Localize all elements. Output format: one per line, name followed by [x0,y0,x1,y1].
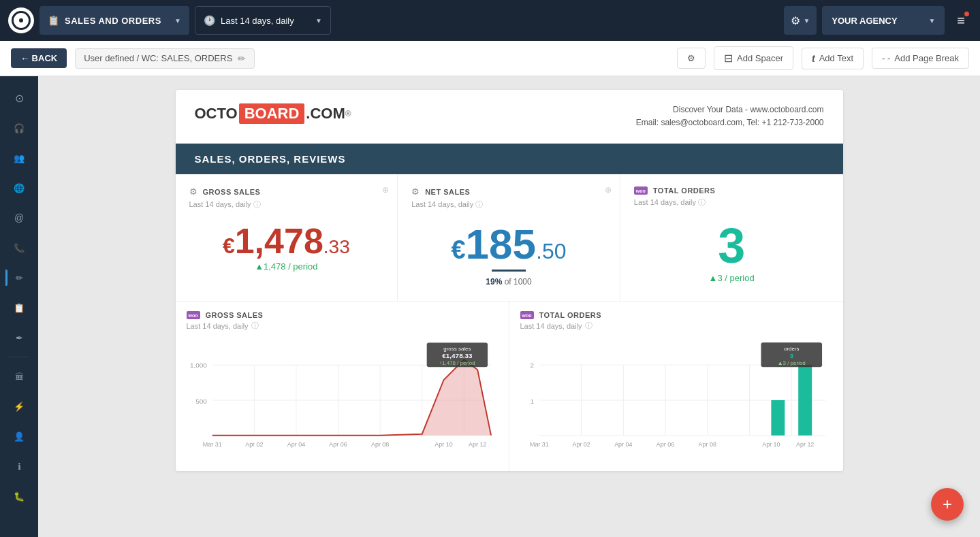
gross-currency: € [223,233,235,258]
hamburger-icon: ≡ [957,13,965,29]
add-fab-button[interactable]: + [931,488,964,521]
net-sales-value: €185.50 [411,223,606,265]
net-decimal: .50 [536,239,566,263]
svg-text:gross sales: gross sales [443,346,471,353]
sidebar-divider [9,357,29,357]
total-orders-subvalue: ▲3 / period [634,273,829,283]
gear-icon-net: ⚙ [411,186,420,197]
sidebar-item-info[interactable]: ℹ [5,453,33,480]
menu-button[interactable]: ≡ [950,9,972,33]
sidebar-item-home[interactable]: ⊙ [5,84,33,112]
time-selector[interactable]: 🕐 Last 14 days, daily ▼ [195,6,331,35]
filter-arrow: ▼ [803,17,810,25]
pen-icon: ✏ [16,273,23,283]
gross-period: 1,478 / period [264,261,318,272]
add-text-button[interactable]: t Add Text [802,48,864,69]
pencil-icon: ✒ [16,333,23,343]
net-info-icon: ⓘ [475,200,483,208]
spacer-icon: ⊟ [724,52,733,65]
breadcrumb-text: User defined / WC: SALES, ORDERS [84,53,232,63]
edit-icon[interactable]: ✏ [238,53,246,64]
add-spacer-label: Add Spacer [737,53,783,63]
net-sales-title: NET SALES [425,188,470,196]
svg-text:Apr 12: Apr 12 [469,441,486,448]
net-progress: 19% of 1000 [411,277,606,287]
drag-handle-gross[interactable]: ⊕ [382,185,389,195]
agency-label: YOUR AGENCY [832,16,923,26]
clock-icon: 🕐 [204,15,215,26]
dashboard-selector[interactable]: 📋 SALES AND ORDERS ▼ [39,6,189,35]
gross-arrow: ▲ [255,261,264,272]
drag-handle-net[interactable]: ⊕ [605,185,612,195]
logo-inner [12,11,31,30]
charts-row: woo GROSS SALES Last 14 days, daily ⓘ 1,… [176,302,843,471]
svg-text:Apr 10: Apr 10 [762,441,780,448]
net-sales-card: ⚙ NET SALES Last 14 days, daily ⓘ €185.5… [398,174,620,301]
sidebar: ⊙ 🎧 👥 🌐 @ 📞 ✏ 📋 ✒ 🏛 ⚡ [0,76,38,537]
net-sales-subtitle: Last 14 days, daily ⓘ [411,199,606,210]
dashboard-icon: 📋 [48,15,59,26]
globe-icon: 🌐 [14,183,25,193]
time-arrow: ▼ [315,17,322,25]
text-icon: t [812,53,815,64]
people-icon: 👥 [14,153,25,163]
sidebar-item-pen[interactable]: ✏ [5,264,33,291]
svg-text:2: 2 [530,362,534,370]
section-title: SALES, ORDERS, REVIEWS [195,153,346,165]
board-badge: BOARD [239,103,305,124]
woo-badge-orders-chart: woo [520,311,534,319]
sidebar-item-bolt[interactable]: ⚡ [5,393,33,420]
total-orders-value: 3 [634,221,829,270]
filter-icon: ⚙ [791,14,800,27]
back-button[interactable]: ← BACK [11,48,67,68]
report-contact: Discover Your Data - www.octoboard.com E… [636,103,824,129]
bug-icon: 🐛 [14,491,25,502]
clipboard-icon: 📋 [14,303,25,313]
sidebar-item-user[interactable]: 👤 [5,423,33,450]
home-icon: ⊙ [15,92,24,105]
sidebar-item-headphones[interactable]: 🎧 [5,114,33,142]
headphones-icon: 🎧 [14,123,25,133]
page-break-icon: - - [882,53,890,63]
gross-chart-svg: 1,000 500 [187,339,498,461]
app-logo[interactable] [8,7,34,33]
metrics-row: ⚙ GROSS SALES Last 14 days, daily ⓘ €1,4… [176,174,843,302]
orders-chart-title: TOTAL ORDERS [539,311,602,319]
svg-text:orders: orders [783,346,799,353]
svg-text:1,000: 1,000 [189,362,206,370]
sidebar-item-globe[interactable]: 🌐 [5,174,33,201]
phone-icon: 📞 [14,243,25,253]
breadcrumb: User defined / WC: SALES, ORDERS ✏ [75,48,255,69]
gross-main: 1,478 [235,221,323,261]
time-label: Last 14 days, daily [221,16,310,26]
svg-text:↑1,478 / period: ↑1,478 / period [439,361,475,367]
filter-btn[interactable]: ⚙ ▼ [784,6,817,35]
info-icon: ℹ [18,461,21,472]
sidebar-item-clipboard[interactable]: 📋 [5,294,33,321]
add-spacer-button[interactable]: ⊟ Add Spacer [714,46,793,70]
sidebar-item-pencil[interactable]: ✒ [5,324,33,351]
sidebar-item-phone[interactable]: 📞 [5,234,33,261]
sidebar-item-building[interactable]: 🏛 [5,363,33,390]
svg-text:Mar 31: Mar 31 [529,441,548,448]
total-orders-chart-card: woo TOTAL ORDERS Last 14 days, daily ⓘ 2… [509,302,843,471]
svg-text:Mar 31: Mar 31 [202,441,221,448]
customize-button[interactable]: ⚙ [677,48,706,69]
total-orders-title: TOTAL ORDERS [653,186,716,195]
svg-text:Apr 06: Apr 06 [656,441,674,448]
sidebar-item-people[interactable]: 👥 [5,144,33,172]
gross-sales-chart-card: woo GROSS SALES Last 14 days, daily ⓘ 1,… [176,302,509,471]
svg-text:Apr 04: Apr 04 [614,441,632,448]
gross-sales-subvalue: ▲1,478 / period [189,261,384,272]
notification-dot [964,12,969,16]
agency-selector[interactable]: YOUR AGENCY ▼ [822,6,945,35]
svg-text:€1,478.33: €1,478.33 [442,353,473,360]
sidebar-item-at[interactable]: @ [5,204,33,231]
orders-chart-svg: 2 1 [520,339,832,461]
add-text-label: Add Text [819,53,853,63]
add-page-break-button[interactable]: - - Add Page Break [872,48,969,69]
svg-text:500: 500 [195,397,207,405]
add-page-break-label: Add Page Break [894,53,959,63]
discover-text: Discover Your Data - www.octoboard.com [636,103,824,116]
sidebar-item-bug[interactable]: 🐛 [5,483,33,510]
